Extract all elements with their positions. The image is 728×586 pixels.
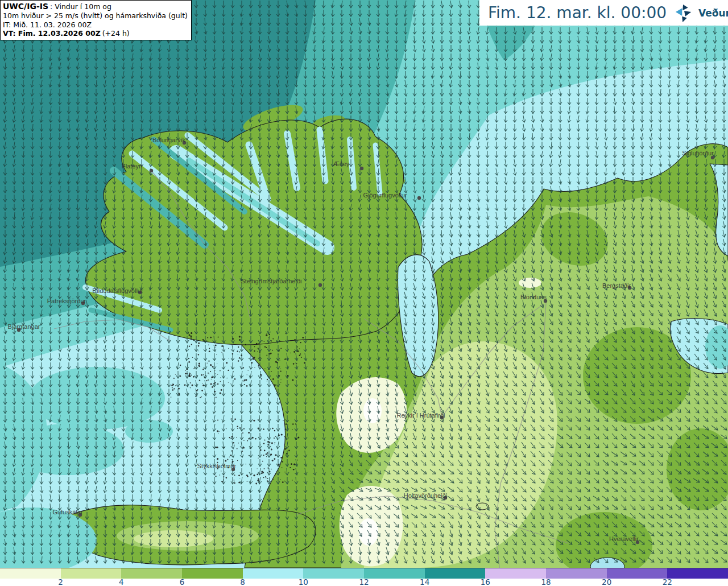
- station-label: Steingrímsfjarðarheiði: [241, 278, 302, 284]
- colorbar-segment: [364, 568, 425, 579]
- colorbar-segment: [546, 568, 607, 579]
- weather-map-page: BolungarvíkFlateyriÆðeyGjögurflugvöllurS…: [0, 0, 728, 586]
- colorbar-tick-label: 8: [240, 577, 245, 586]
- station-label: Reykir í Hrútafirði: [397, 412, 445, 419]
- colorbar-tick-label: 20: [602, 577, 611, 586]
- colorbar-segment: [425, 568, 486, 579]
- station-label: Stykkishólmur: [197, 463, 237, 469]
- colorbar-tick-label: 22: [663, 577, 672, 586]
- info-line-3: IT: Mið. 11. 03. 2026 00Z: [3, 20, 188, 30]
- station-label: Blönduós: [520, 294, 547, 300]
- map-region: [363, 398, 382, 423]
- colorbar-segment: [182, 568, 243, 579]
- station-dot: [150, 169, 153, 172]
- wind-speed-colorbar: 246810121416182022: [0, 568, 728, 586]
- station-label: Siglufjörður: [682, 150, 714, 156]
- map-region: [519, 278, 541, 288]
- station-label: Gjögurflugvöllur: [363, 192, 407, 199]
- station-label: Hveravellir: [609, 535, 639, 542]
- info-line-1: UWC/IG-IS: Vindur í 10m og: [3, 2, 188, 11]
- colorbar-segment: [0, 568, 61, 579]
- colorbar-tick-label: 18: [541, 577, 551, 586]
- colorbar-tick-label: 10: [299, 577, 308, 586]
- model-name: UWC/IG-IS: [3, 2, 48, 11]
- map-region: [134, 530, 213, 547]
- map-region: [10, 424, 124, 475]
- station-label: Holtavörðuheiði: [404, 492, 447, 499]
- valid-time-offset: (+24 h): [102, 29, 130, 38]
- colorbar-segment: [303, 568, 364, 579]
- colorbar-segment: [243, 568, 304, 579]
- forecast-datetime: Fim. 12. mar. kl. 00:00: [488, 3, 667, 22]
- info-line-4: VT: Fim. 12.03.2026 00Z(+24 h): [3, 29, 188, 38]
- colorbar-segment: [607, 568, 668, 579]
- colorbar-segment: [121, 568, 182, 579]
- wind-map-canvas: BolungarvíkFlateyriÆðeyGjögurflugvöllurS…: [0, 0, 728, 586]
- colorbar-segment: [667, 568, 728, 579]
- station-label: Bergstaðir: [602, 282, 631, 289]
- station-label: Flateyri: [122, 163, 142, 170]
- model-info-box: UWC/IG-IS: Vindur í 10m og 10m hviður > …: [0, 0, 192, 40]
- station-label: Gufuskálar: [52, 509, 83, 515]
- info-line-2: 10m hviður > 25 m/s (hvítt) og hámarkshv…: [3, 11, 188, 20]
- station-dot: [360, 167, 363, 170]
- vedurstofa-logo-icon: [675, 3, 694, 23]
- valid-time: VT: Fim. 12.03.2026 00Z: [3, 29, 101, 38]
- station-label: Bjargtangar: [8, 323, 40, 330]
- colorbar-tick-label: 6: [180, 577, 185, 586]
- organization-name: Veðurstofa Íslands: [698, 7, 728, 19]
- colorbar-tick-label: 12: [359, 577, 369, 586]
- station-dot: [417, 196, 421, 200]
- colorbar-tick-label: 14: [420, 577, 429, 586]
- colorbar-segment: [61, 568, 122, 579]
- station-label: Bíldudalsflugvöllur: [92, 287, 143, 294]
- info-line1-text: : Vindur í 10m og: [50, 2, 111, 11]
- colorbar-tick-label: 2: [58, 577, 63, 586]
- colorbar-tick-label: 16: [481, 577, 490, 586]
- station-label: Bolungarvík: [152, 137, 186, 143]
- header-bar: Fim. 12. mar. kl. 00:00 Veðurstofa Íslan…: [479, 0, 728, 26]
- station-label: Patreksfjörður: [47, 298, 86, 304]
- station-label: Æðey: [333, 160, 350, 167]
- colorbar-segment: [485, 568, 546, 579]
- station-dot: [318, 283, 322, 287]
- colorbar-tick-label: 4: [119, 577, 124, 586]
